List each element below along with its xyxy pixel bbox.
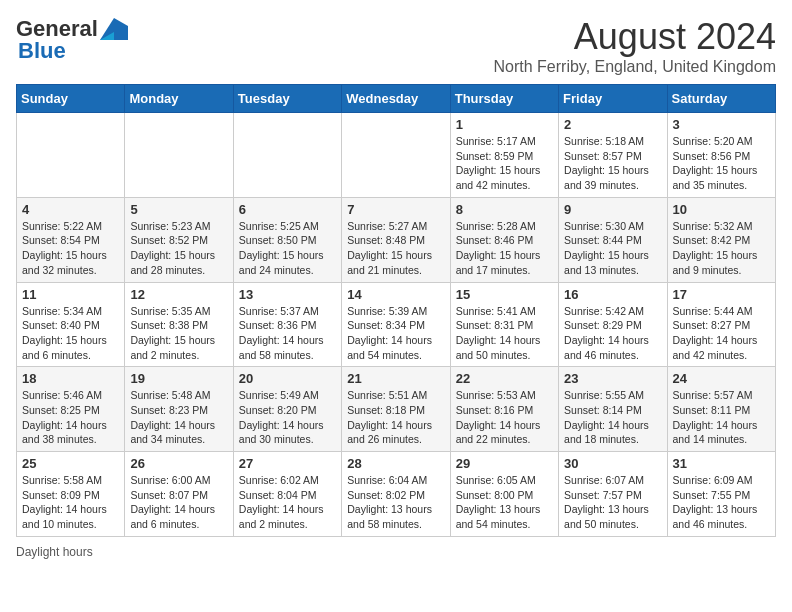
day-number: 2	[564, 117, 661, 132]
calendar-cell: 24Sunrise: 5:57 AM Sunset: 8:11 PM Dayli…	[667, 367, 775, 452]
calendar-week-row: 18Sunrise: 5:46 AM Sunset: 8:25 PM Dayli…	[17, 367, 776, 452]
day-info: Sunrise: 5:18 AM Sunset: 8:57 PM Dayligh…	[564, 134, 661, 193]
calendar-cell	[233, 113, 341, 198]
day-number: 18	[22, 371, 119, 386]
day-number: 31	[673, 456, 770, 471]
calendar-cell: 11Sunrise: 5:34 AM Sunset: 8:40 PM Dayli…	[17, 282, 125, 367]
calendar-cell: 20Sunrise: 5:49 AM Sunset: 8:20 PM Dayli…	[233, 367, 341, 452]
calendar-cell: 26Sunrise: 6:00 AM Sunset: 8:07 PM Dayli…	[125, 452, 233, 537]
day-number: 8	[456, 202, 553, 217]
calendar-cell: 23Sunrise: 5:55 AM Sunset: 8:14 PM Dayli…	[559, 367, 667, 452]
weekday-header-thursday: Thursday	[450, 85, 558, 113]
footer-note: Daylight hours	[16, 545, 776, 559]
day-number: 14	[347, 287, 444, 302]
calendar-cell: 19Sunrise: 5:48 AM Sunset: 8:23 PM Dayli…	[125, 367, 233, 452]
day-number: 16	[564, 287, 661, 302]
day-info: Sunrise: 5:28 AM Sunset: 8:46 PM Dayligh…	[456, 219, 553, 278]
calendar-table: SundayMondayTuesdayWednesdayThursdayFrid…	[16, 84, 776, 537]
location-subtitle: North Ferriby, England, United Kingdom	[493, 58, 776, 76]
day-info: Sunrise: 6:00 AM Sunset: 8:07 PM Dayligh…	[130, 473, 227, 532]
day-info: Sunrise: 6:05 AM Sunset: 8:00 PM Dayligh…	[456, 473, 553, 532]
day-info: Sunrise: 6:02 AM Sunset: 8:04 PM Dayligh…	[239, 473, 336, 532]
day-info: Sunrise: 5:46 AM Sunset: 8:25 PM Dayligh…	[22, 388, 119, 447]
day-number: 19	[130, 371, 227, 386]
calendar-cell: 10Sunrise: 5:32 AM Sunset: 8:42 PM Dayli…	[667, 197, 775, 282]
day-info: Sunrise: 6:09 AM Sunset: 7:55 PM Dayligh…	[673, 473, 770, 532]
day-number: 4	[22, 202, 119, 217]
day-number: 28	[347, 456, 444, 471]
day-number: 17	[673, 287, 770, 302]
calendar-cell: 31Sunrise: 6:09 AM Sunset: 7:55 PM Dayli…	[667, 452, 775, 537]
calendar-cell: 17Sunrise: 5:44 AM Sunset: 8:27 PM Dayli…	[667, 282, 775, 367]
calendar-cell: 1Sunrise: 5:17 AM Sunset: 8:59 PM Daylig…	[450, 113, 558, 198]
day-info: Sunrise: 5:23 AM Sunset: 8:52 PM Dayligh…	[130, 219, 227, 278]
day-info: Sunrise: 5:53 AM Sunset: 8:16 PM Dayligh…	[456, 388, 553, 447]
day-number: 12	[130, 287, 227, 302]
calendar-week-row: 4Sunrise: 5:22 AM Sunset: 8:54 PM Daylig…	[17, 197, 776, 282]
day-info: Sunrise: 5:48 AM Sunset: 8:23 PM Dayligh…	[130, 388, 227, 447]
logo-blue-text: Blue	[18, 38, 66, 64]
calendar-cell: 18Sunrise: 5:46 AM Sunset: 8:25 PM Dayli…	[17, 367, 125, 452]
weekday-header-tuesday: Tuesday	[233, 85, 341, 113]
day-info: Sunrise: 5:34 AM Sunset: 8:40 PM Dayligh…	[22, 304, 119, 363]
day-info: Sunrise: 5:35 AM Sunset: 8:38 PM Dayligh…	[130, 304, 227, 363]
day-number: 21	[347, 371, 444, 386]
day-info: Sunrise: 5:32 AM Sunset: 8:42 PM Dayligh…	[673, 219, 770, 278]
day-number: 15	[456, 287, 553, 302]
weekday-header-friday: Friday	[559, 85, 667, 113]
calendar-cell: 22Sunrise: 5:53 AM Sunset: 8:16 PM Dayli…	[450, 367, 558, 452]
day-number: 29	[456, 456, 553, 471]
day-info: Sunrise: 5:58 AM Sunset: 8:09 PM Dayligh…	[22, 473, 119, 532]
calendar-week-row: 11Sunrise: 5:34 AM Sunset: 8:40 PM Dayli…	[17, 282, 776, 367]
day-number: 11	[22, 287, 119, 302]
calendar-week-row: 25Sunrise: 5:58 AM Sunset: 8:09 PM Dayli…	[17, 452, 776, 537]
day-number: 3	[673, 117, 770, 132]
day-info: Sunrise: 5:44 AM Sunset: 8:27 PM Dayligh…	[673, 304, 770, 363]
calendar-cell: 7Sunrise: 5:27 AM Sunset: 8:48 PM Daylig…	[342, 197, 450, 282]
calendar-cell: 5Sunrise: 5:23 AM Sunset: 8:52 PM Daylig…	[125, 197, 233, 282]
day-number: 13	[239, 287, 336, 302]
calendar-cell: 29Sunrise: 6:05 AM Sunset: 8:00 PM Dayli…	[450, 452, 558, 537]
calendar-cell: 12Sunrise: 5:35 AM Sunset: 8:38 PM Dayli…	[125, 282, 233, 367]
day-info: Sunrise: 6:07 AM Sunset: 7:57 PM Dayligh…	[564, 473, 661, 532]
day-info: Sunrise: 5:41 AM Sunset: 8:31 PM Dayligh…	[456, 304, 553, 363]
day-info: Sunrise: 5:55 AM Sunset: 8:14 PM Dayligh…	[564, 388, 661, 447]
day-number: 25	[22, 456, 119, 471]
calendar-header-row: SundayMondayTuesdayWednesdayThursdayFrid…	[17, 85, 776, 113]
day-number: 20	[239, 371, 336, 386]
calendar-cell: 4Sunrise: 5:22 AM Sunset: 8:54 PM Daylig…	[17, 197, 125, 282]
calendar-cell: 21Sunrise: 5:51 AM Sunset: 8:18 PM Dayli…	[342, 367, 450, 452]
calendar-cell	[342, 113, 450, 198]
logo-icon	[100, 18, 128, 40]
day-number: 5	[130, 202, 227, 217]
day-info: Sunrise: 5:17 AM Sunset: 8:59 PM Dayligh…	[456, 134, 553, 193]
calendar-cell: 3Sunrise: 5:20 AM Sunset: 8:56 PM Daylig…	[667, 113, 775, 198]
calendar-week-row: 1Sunrise: 5:17 AM Sunset: 8:59 PM Daylig…	[17, 113, 776, 198]
calendar-cell: 16Sunrise: 5:42 AM Sunset: 8:29 PM Dayli…	[559, 282, 667, 367]
calendar-cell: 25Sunrise: 5:58 AM Sunset: 8:09 PM Dayli…	[17, 452, 125, 537]
day-info: Sunrise: 5:57 AM Sunset: 8:11 PM Dayligh…	[673, 388, 770, 447]
calendar-cell: 6Sunrise: 5:25 AM Sunset: 8:50 PM Daylig…	[233, 197, 341, 282]
day-number: 7	[347, 202, 444, 217]
day-info: Sunrise: 5:37 AM Sunset: 8:36 PM Dayligh…	[239, 304, 336, 363]
calendar-cell: 2Sunrise: 5:18 AM Sunset: 8:57 PM Daylig…	[559, 113, 667, 198]
calendar-cell: 28Sunrise: 6:04 AM Sunset: 8:02 PM Dayli…	[342, 452, 450, 537]
calendar-cell: 14Sunrise: 5:39 AM Sunset: 8:34 PM Dayli…	[342, 282, 450, 367]
page-header: General Blue August 2024 North Ferriby, …	[16, 16, 776, 76]
calendar-cell: 30Sunrise: 6:07 AM Sunset: 7:57 PM Dayli…	[559, 452, 667, 537]
weekday-header-monday: Monday	[125, 85, 233, 113]
calendar-cell: 15Sunrise: 5:41 AM Sunset: 8:31 PM Dayli…	[450, 282, 558, 367]
day-info: Sunrise: 5:42 AM Sunset: 8:29 PM Dayligh…	[564, 304, 661, 363]
day-number: 22	[456, 371, 553, 386]
day-number: 10	[673, 202, 770, 217]
month-year-title: August 2024	[493, 16, 776, 58]
weekday-header-saturday: Saturday	[667, 85, 775, 113]
day-info: Sunrise: 5:39 AM Sunset: 8:34 PM Dayligh…	[347, 304, 444, 363]
day-info: Sunrise: 5:30 AM Sunset: 8:44 PM Dayligh…	[564, 219, 661, 278]
day-number: 26	[130, 456, 227, 471]
day-number: 9	[564, 202, 661, 217]
day-number: 6	[239, 202, 336, 217]
logo: General Blue	[16, 16, 128, 64]
day-info: Sunrise: 5:25 AM Sunset: 8:50 PM Dayligh…	[239, 219, 336, 278]
day-info: Sunrise: 5:20 AM Sunset: 8:56 PM Dayligh…	[673, 134, 770, 193]
